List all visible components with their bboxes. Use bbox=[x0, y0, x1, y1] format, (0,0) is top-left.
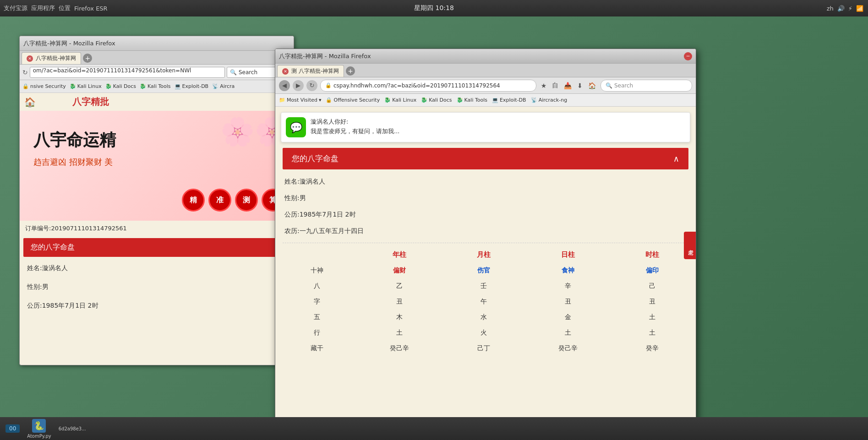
bookmark-icon-3: 🐉 bbox=[105, 83, 112, 89]
search-input-front[interactable]: 🔍 Search bbox=[601, 80, 692, 92]
side-button[interactable]: 老虎 bbox=[684, 232, 696, 259]
url-input-front[interactable]: 🔒 cspay.hndhwh.com/?ac=bazi&oid=20190711… bbox=[320, 80, 536, 92]
bookmark-front-exploitdb[interactable]: 💻 Exploit-DB bbox=[492, 97, 526, 103]
table-row-ba: 八 乙 壬 辛 己 bbox=[283, 278, 688, 294]
info-date-solar: 公历:1985年7月1日 2时 bbox=[283, 206, 688, 223]
tab-close-back[interactable]: ✕ bbox=[27, 55, 33, 62]
dropdown-icon: ▾ bbox=[319, 97, 322, 103]
chevron-up-icon: ∧ bbox=[673, 154, 679, 163]
bookmark-front-icon-4: 🐉 bbox=[457, 97, 463, 103]
xing-hour: 土 bbox=[616, 325, 688, 341]
search-placeholder-front: Search bbox=[614, 82, 633, 89]
bookmark-front-kalilinux[interactable]: 🐉 Kali Linux bbox=[384, 97, 416, 103]
info-date-lunar: 农历:一九八五年五月十四日 bbox=[283, 223, 688, 239]
taskbar-label-location[interactable]: 位置 bbox=[59, 4, 71, 12]
bookmark-front-icon-3: 🐉 bbox=[421, 97, 427, 103]
browser-window-back: 八字精批-神算网 - Mozilla Firefox ✕ 八字精批-神算网 + … bbox=[19, 36, 294, 365]
wu-hour: 土 bbox=[616, 310, 688, 325]
taskbar-app-counter[interactable]: 00 bbox=[5, 424, 20, 433]
section-header-back[interactable]: 您的八字命盘 bbox=[23, 238, 290, 257]
zanggan-hour: 癸辛 bbox=[616, 341, 688, 356]
tab-close-front[interactable]: ✕ bbox=[282, 68, 289, 75]
row-label-shishen: 十神 bbox=[283, 263, 351, 278]
wu-year: 木 bbox=[351, 310, 447, 325]
wu-day: 金 bbox=[520, 310, 616, 325]
main-content-front: 您的八字命盘 ∧ 姓名:漩涡名人 性别:男 公历:1985年7月1日 2时 农历… bbox=[275, 148, 696, 356]
section-header-front[interactable]: 您的八字命盘 ∧ bbox=[283, 148, 688, 169]
volume-icon[interactable]: 🔊 bbox=[837, 5, 845, 12]
badge-3: 测 bbox=[235, 189, 258, 212]
toolbar-icons: ★ 自 📥 ⬇ 🏠 bbox=[539, 81, 598, 91]
home-icon-front[interactable]: 🏠 bbox=[586, 81, 598, 90]
nav-forward-button[interactable]: ▶ bbox=[293, 80, 304, 91]
bookmark-front-kalidocs[interactable]: 🐉 Kali Docs bbox=[421, 97, 452, 103]
xing-month: 火 bbox=[447, 325, 520, 341]
bookmark-aircrack[interactable]: 📡 Aircra bbox=[212, 83, 235, 89]
pocket-icon[interactable]: 📥 bbox=[562, 81, 573, 90]
title-back: 八字精批-神算网 - Mozilla Firefox bbox=[23, 39, 115, 48]
badge-2: 准 bbox=[208, 189, 231, 212]
zi-day: 丑 bbox=[520, 294, 616, 310]
search-icon-back: 🔍 bbox=[230, 69, 237, 76]
bookmark-front-icon-6: 📡 bbox=[531, 97, 537, 103]
taskbar-app-atompypy[interactable]: 🐍 AtomPy.py bbox=[27, 419, 51, 439]
url-text-front: cspay.hndhwh.com/?ac=bazi&oid=2019071110… bbox=[333, 82, 500, 89]
wu-month: 水 bbox=[447, 310, 520, 325]
bookmark-kali-docs[interactable]: 🐉 Kali Docs bbox=[105, 83, 136, 89]
info-name-front: 姓名:漩涡名人 bbox=[283, 173, 688, 190]
table-row-wu: 五 木 水 金 土 bbox=[283, 310, 688, 325]
tab-front-main[interactable]: ✕ 测 八字精批-神算网 bbox=[277, 65, 344, 77]
bookmark-front-security[interactable]: 🔒 Offensive Security bbox=[326, 97, 380, 103]
bookmark-front-aircrack[interactable]: 📡 Aircrack-ng bbox=[531, 97, 568, 103]
bookmark-icon-1: 🔒 bbox=[22, 83, 29, 89]
wechat-popup: 💬 漩涡名人你好: 我是雪凌师兄，有疑问，请加我... bbox=[281, 112, 690, 142]
table-row-shishen: 十神 偏财 伤官 食神 偏印 bbox=[283, 263, 688, 278]
bookmark-kali-tools[interactable]: 🐉 Kali Tools bbox=[140, 83, 170, 89]
row-label-ba: 八 bbox=[283, 278, 351, 294]
bookmark-front-kalitools[interactable]: 🐉 Kali Tools bbox=[457, 97, 487, 103]
info-name-back: 姓名:漩涡名人 bbox=[20, 259, 294, 277]
info-gender-front: 性别:男 bbox=[283, 190, 688, 206]
table-row-zi: 字 丑 午 丑 丑 bbox=[283, 294, 688, 310]
taskbar-label-apps[interactable]: 应用程序 bbox=[31, 4, 55, 12]
shishen-day: 食神 bbox=[520, 263, 616, 278]
star-icon[interactable]: ★ bbox=[539, 81, 549, 90]
taskbar-bottom: 00 🐍 AtomPy.py 6d2a98e3... bbox=[0, 417, 868, 440]
bookmark-exploitdb[interactable]: 💻 Exploit-DB bbox=[175, 83, 209, 89]
taskbar-app-6d2a[interactable]: 6d2a98e3... bbox=[59, 426, 86, 431]
bookmark-kali-linux[interactable]: 🐉 Kali Linux bbox=[70, 83, 102, 89]
url-input-back[interactable]: om/?ac=bazi&oid=20190711101314792561&tok… bbox=[30, 67, 225, 78]
power-icon[interactable]: ⚡ bbox=[848, 5, 852, 12]
atompypy-label: AtomPy.py bbox=[27, 434, 51, 439]
tab-new-back[interactable]: + bbox=[83, 54, 92, 63]
folder-icon: 📁 bbox=[279, 97, 285, 103]
bookmark-security[interactable]: 🔒 nsive Security bbox=[22, 83, 66, 89]
bookmark-icon-6: 📡 bbox=[212, 83, 218, 89]
reload-icon-back[interactable]: ↻ bbox=[22, 69, 28, 76]
clock: 星期四 10:18 bbox=[414, 4, 454, 12]
info-gender-back: 性别:男 bbox=[20, 277, 294, 296]
hero-image-back: 八宇命运精 趋吉避凶 招财聚财 美 🌸🌸 精 准 测 算 bbox=[20, 111, 294, 221]
taskbar-label-zhifubao[interactable]: 支付宝源 bbox=[4, 4, 27, 12]
download-icon[interactable]: ⬇ bbox=[575, 81, 584, 90]
bookmark-most-visited[interactable]: 📁 Most Visited ▾ bbox=[279, 97, 321, 103]
col-header-rizhu: 日柱 bbox=[520, 247, 616, 263]
xing-year: 土 bbox=[351, 325, 447, 341]
order-number-back: 订单编号:20190711101314792561 bbox=[20, 221, 294, 236]
tab-new-front[interactable]: + bbox=[346, 66, 355, 76]
home-icon-back[interactable]: 🏠 bbox=[24, 97, 36, 108]
zanggan-year: 癸己辛 bbox=[351, 341, 447, 356]
nav-reload-button[interactable]: ↻ bbox=[306, 80, 317, 91]
lock-icon: 🔒 bbox=[325, 82, 332, 88]
nav-back-button[interactable]: ◀ bbox=[279, 80, 290, 91]
network-icon[interactable]: 📶 bbox=[856, 5, 863, 12]
tab-back-main[interactable]: ✕ 八字精批-神算网 bbox=[22, 52, 81, 64]
zanggan-day: 癸己辛 bbox=[520, 341, 616, 356]
window-close-button[interactable]: − bbox=[684, 52, 692, 60]
reader-icon[interactable]: 自 bbox=[550, 81, 560, 91]
bookmark-front-icon-1: 🔒 bbox=[326, 97, 332, 103]
wechat-icon: 💬 bbox=[286, 117, 306, 137]
taskbar-label-firefox[interactable]: Firefox ESR bbox=[74, 5, 108, 12]
browser-window-front: 八字精批-神算网 - Mozilla Firefox − ✕ 测 八字精批-神算… bbox=[275, 49, 696, 440]
zi-year: 丑 bbox=[351, 294, 447, 310]
